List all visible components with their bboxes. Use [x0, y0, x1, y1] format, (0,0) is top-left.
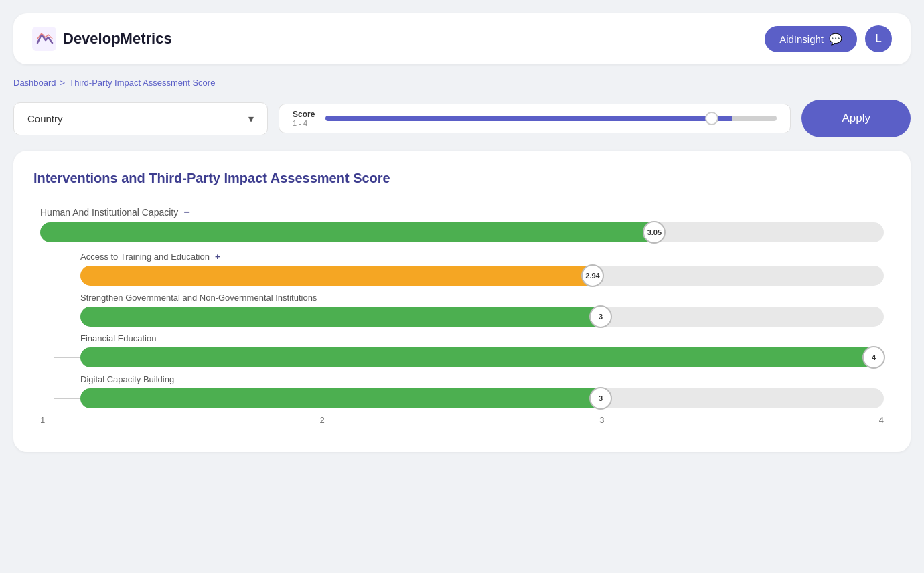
- axis-max: 4: [879, 415, 884, 425]
- bar-fill-human: 3.05: [40, 222, 664, 242]
- sub-item-label-governmental: Strengthen Governmental and Non-Governme…: [80, 293, 884, 303]
- bar-fill-financial: 4: [80, 347, 884, 367]
- sub-bar-row-governmental: 3: [80, 307, 884, 327]
- sub-item-label-digital: Digital Capacity Building: [80, 374, 884, 384]
- bar-fill-training: 2.94: [80, 266, 603, 286]
- breadcrumb-home[interactable]: Dashboard: [13, 78, 56, 88]
- bar-track-digital: 3: [80, 388, 884, 408]
- score-header: Score 1 - 4: [293, 110, 315, 127]
- score-filter: Score 1 - 4: [279, 104, 791, 133]
- bar-label-governmental: 3: [589, 305, 612, 328]
- bar-row-human: 3.05: [40, 222, 884, 242]
- sub-item-name-financial: Financial Education: [80, 333, 156, 343]
- breadcrumb-separator: >: [60, 78, 66, 88]
- score-range: 1 - 4: [293, 119, 315, 127]
- axis-min: 1: [40, 415, 45, 425]
- filters-row: Country ▾ Score 1 - 4 Apply: [13, 100, 911, 137]
- logo-icon: [32, 27, 56, 51]
- axis-mid1: 2: [320, 415, 325, 425]
- category-toggle-human[interactable]: −: [183, 206, 189, 218]
- aid-insight-label: AidInsight: [779, 33, 824, 45]
- logo-area: DevelopMetrics: [32, 27, 172, 51]
- country-label: Country: [27, 113, 63, 125]
- bar-track-training: 2.94: [80, 266, 884, 286]
- bar-label-training: 2.94: [581, 264, 604, 287]
- score-label: Score: [293, 110, 315, 119]
- header: DevelopMetrics AidInsight 💬 L: [13, 13, 911, 64]
- connector-line-3: [54, 357, 80, 358]
- user-avatar[interactable]: L: [865, 25, 892, 52]
- category-name-human: Human And Institutional Capacity: [40, 207, 178, 218]
- sub-bar-row-financial: 4: [80, 347, 884, 367]
- bar-label-financial: 4: [862, 346, 885, 369]
- bar-track-financial: 4: [80, 347, 884, 367]
- sub-item-label-training: Access to Training and Education +: [80, 252, 884, 262]
- chart-title: Interventions and Third-Party Impact Ass…: [33, 171, 891, 186]
- sub-items-human: Access to Training and Education + 2.94 …: [40, 252, 884, 408]
- logo-text: DevelopMetrics: [63, 30, 172, 48]
- breadcrumb: Dashboard > Third-Party Impact Assessmen…: [13, 78, 911, 88]
- bar-label-human: 3.05: [643, 221, 666, 244]
- country-dropdown[interactable]: Country ▾: [13, 102, 268, 135]
- sub-bar-row-digital: 3: [80, 388, 884, 408]
- sub-bar-row-training: 2.94: [80, 266, 884, 286]
- chat-icon: 💬: [829, 33, 842, 46]
- bar-track-governmental: 3: [80, 307, 884, 327]
- score-slider[interactable]: [325, 116, 777, 121]
- connector-line-2: [54, 317, 80, 317]
- chevron-down-icon: ▾: [248, 112, 254, 125]
- logo-text-bold: Metrics: [121, 30, 172, 47]
- aid-insight-button[interactable]: AidInsight 💬: [765, 26, 857, 52]
- connector-line-4: [54, 398, 80, 399]
- header-right: AidInsight 💬 L: [765, 25, 892, 52]
- user-initial: L: [875, 33, 882, 45]
- main-card: Interventions and Third-Party Impact Ass…: [13, 151, 911, 452]
- sub-item-name-governmental: Strengthen Governmental and Non-Governme…: [80, 293, 317, 303]
- bar-fill-governmental: 3: [80, 307, 611, 327]
- sub-item-name-digital: Digital Capacity Building: [80, 374, 174, 384]
- breadcrumb-current: Third-Party Impact Assessment Score: [69, 78, 215, 88]
- bar-label-digital: 3: [589, 387, 612, 410]
- apply-button[interactable]: Apply: [801, 100, 911, 137]
- apply-label: Apply: [842, 112, 870, 125]
- category-group-human: Human And Institutional Capacity − 3.05 …: [40, 206, 884, 408]
- bar-track-human: 3.05: [40, 222, 884, 242]
- category-header-human: Human And Institutional Capacity −: [40, 206, 884, 218]
- sub-item-name-training: Access to Training and Education: [80, 252, 210, 262]
- sub-toggle-training[interactable]: +: [215, 252, 220, 262]
- sub-item-label-financial: Financial Education: [80, 333, 884, 343]
- logo-text-light: Develop: [63, 30, 121, 47]
- bar-fill-digital: 3: [80, 388, 611, 408]
- chart-area: Human And Institutional Capacity − 3.05 …: [33, 206, 891, 425]
- x-axis: 1 2 3 4: [40, 415, 884, 425]
- connector-line: [54, 276, 80, 276]
- axis-mid2: 3: [599, 415, 604, 425]
